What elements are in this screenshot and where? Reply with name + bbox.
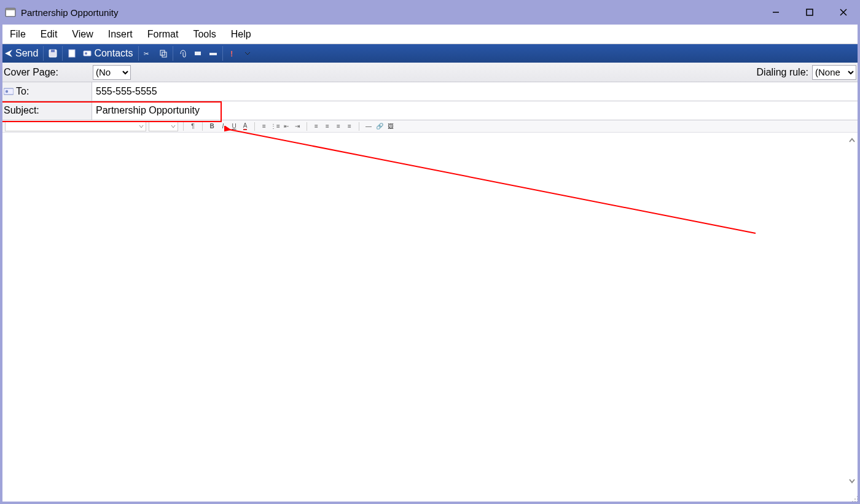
cover-page-select[interactable]: (No bbox=[93, 65, 131, 80]
priority-icon: ! bbox=[228, 49, 237, 58]
svg-point-20 bbox=[857, 496, 858, 497]
paragraph-button[interactable]: ¶ bbox=[189, 122, 197, 131]
menu-bar: File Edit View Insert Format Tools Help bbox=[0, 25, 860, 44]
svg-rect-14 bbox=[195, 52, 201, 55]
dialing-rule-select[interactable]: (None bbox=[812, 65, 856, 80]
cut-icon: ✂ bbox=[144, 49, 152, 58]
subject-row: Subject: bbox=[0, 101, 860, 120]
scan-button[interactable] bbox=[206, 48, 221, 59]
copy-button[interactable] bbox=[156, 48, 171, 59]
underline-button[interactable]: U bbox=[230, 122, 238, 131]
copy-icon bbox=[159, 49, 168, 58]
svg-rect-15 bbox=[209, 53, 217, 55]
menu-file[interactable]: File bbox=[2, 26, 33, 43]
cut-button[interactable]: ✂ bbox=[141, 48, 155, 59]
font-family-select[interactable] bbox=[5, 122, 146, 131]
svg-point-10 bbox=[85, 52, 87, 55]
align-center-button[interactable]: ≡ bbox=[323, 122, 332, 131]
svg-point-22 bbox=[857, 498, 858, 500]
to-row: To: bbox=[0, 82, 860, 101]
insert-image-button[interactable]: 🖼 bbox=[386, 122, 395, 131]
send-label: Send bbox=[15, 48, 38, 59]
align-justify-button[interactable]: ≡ bbox=[345, 122, 354, 131]
to-button[interactable]: To: bbox=[0, 82, 92, 101]
menu-format[interactable]: Format bbox=[140, 26, 186, 43]
subject-input[interactable] bbox=[92, 101, 860, 120]
contacts-icon bbox=[83, 49, 92, 58]
dialing-rule-label: Dialing rule: bbox=[757, 67, 808, 78]
address-book-button[interactable] bbox=[64, 48, 79, 59]
minimize-button[interactable] bbox=[759, 0, 792, 25]
format-toolbar: ¶ B I U A ≡ ⋮≡ ⇤ ⇥ ≡ ≡ ≡ ≡ — 🔗 🖼 bbox=[0, 120, 860, 133]
priority-button[interactable]: ! bbox=[225, 48, 240, 59]
subject-label: Subject: bbox=[0, 101, 92, 120]
align-left-button[interactable]: ≡ bbox=[312, 122, 321, 131]
svg-rect-7 bbox=[51, 50, 55, 52]
svg-point-18 bbox=[6, 90, 8, 93]
paperclip-icon bbox=[178, 49, 187, 58]
attach-button[interactable] bbox=[175, 48, 190, 59]
to-input[interactable] bbox=[92, 82, 860, 101]
bulleted-list-button[interactable]: ⋮≡ bbox=[271, 122, 280, 131]
align-right-button[interactable]: ≡ bbox=[334, 122, 343, 131]
insert-icon bbox=[194, 49, 202, 58]
scroll-down-button[interactable] bbox=[846, 475, 858, 486]
font-color-button[interactable]: A bbox=[241, 122, 249, 131]
svg-text:✂: ✂ bbox=[144, 50, 149, 57]
scanner-icon bbox=[209, 49, 217, 58]
send-button[interactable]: Send bbox=[1, 47, 41, 60]
numbered-list-button[interactable]: ≡ bbox=[260, 122, 268, 131]
insert-link-button[interactable]: 🔗 bbox=[375, 122, 384, 131]
send-icon bbox=[4, 49, 13, 58]
close-button[interactable] bbox=[826, 0, 860, 25]
message-body[interactable] bbox=[0, 133, 860, 489]
options-row: Cover Page: (No Dialing rule: (None bbox=[0, 63, 860, 82]
svg-rect-17 bbox=[4, 88, 14, 95]
resize-grip[interactable] bbox=[850, 494, 859, 503]
page-icon bbox=[68, 49, 76, 58]
scroll-up-button[interactable] bbox=[846, 135, 858, 146]
cover-page-label: Cover Page: bbox=[4, 67, 58, 78]
window-title: Partnership Opportunity bbox=[21, 7, 118, 18]
svg-point-25 bbox=[857, 501, 858, 502]
menu-help[interactable]: Help bbox=[224, 26, 259, 43]
app-icon bbox=[5, 7, 16, 18]
svg-text:!: ! bbox=[230, 49, 233, 58]
svg-rect-8 bbox=[69, 50, 75, 57]
italic-button[interactable]: I bbox=[219, 122, 227, 131]
indent-button[interactable]: ⇥ bbox=[293, 122, 302, 131]
title-bar: Partnership Opportunity bbox=[0, 0, 860, 25]
contacts-label: Contacts bbox=[94, 48, 133, 59]
svg-rect-3 bbox=[807, 9, 813, 15]
bold-button[interactable]: B bbox=[208, 122, 216, 131]
menu-tools[interactable]: Tools bbox=[186, 26, 223, 43]
menu-insert[interactable]: Insert bbox=[101, 26, 140, 43]
to-icon bbox=[4, 87, 14, 96]
svg-rect-1 bbox=[6, 8, 15, 10]
svg-point-23 bbox=[852, 501, 853, 502]
contacts-button[interactable]: Contacts bbox=[80, 47, 136, 60]
save-button[interactable] bbox=[45, 48, 60, 59]
maximize-button[interactable] bbox=[792, 0, 826, 25]
save-icon bbox=[49, 49, 57, 58]
svg-point-21 bbox=[854, 498, 856, 500]
menu-view[interactable]: View bbox=[64, 26, 100, 43]
outdent-button[interactable]: ⇤ bbox=[282, 122, 291, 131]
menu-edit[interactable]: Edit bbox=[33, 26, 65, 43]
horizontal-rule-button[interactable]: — bbox=[364, 122, 373, 131]
main-toolbar: Send Contacts ✂ ! bbox=[0, 44, 860, 63]
insert-button[interactable] bbox=[190, 48, 205, 59]
to-label: To: bbox=[16, 86, 29, 97]
chevron-down-icon bbox=[243, 49, 252, 58]
font-size-select[interactable] bbox=[149, 122, 178, 131]
svg-point-24 bbox=[854, 501, 856, 502]
dropdown-button[interactable] bbox=[240, 48, 255, 59]
